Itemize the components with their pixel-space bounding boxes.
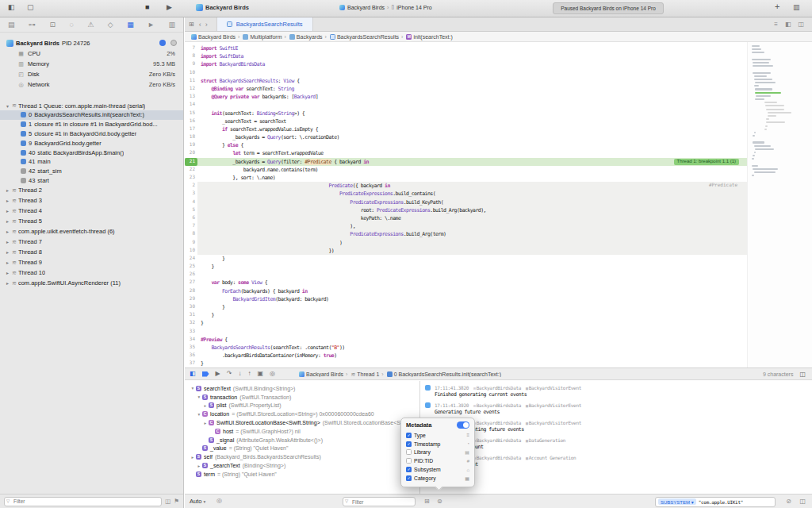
macro-expansion-line[interactable]: 2 Predicate({ backyard in#Predicate <box>185 182 812 190</box>
disclosure-triangle[interactable]: ▾ <box>196 394 202 399</box>
code-line[interactable]: 14 <box>185 101 812 109</box>
jump-bar-item[interactable]: Thread 1 <box>357 371 379 377</box>
navigator-filter-input[interactable] <box>4 497 162 506</box>
stop-button[interactable]: ■ <box>145 4 149 11</box>
thread-row[interactable]: ▸≋Thread 2 <box>0 185 183 195</box>
back-icon[interactable]: ‹ <box>199 21 201 29</box>
disclosure-triangle[interactable]: ▸ <box>5 218 10 224</box>
code-line[interactable]: 23 }, sort: \.name) <box>185 174 812 182</box>
code-line[interactable]: 29 BackyardGridItem(backyard: backyard) <box>185 295 812 303</box>
minimap[interactable] <box>747 42 812 368</box>
variable-row-searchText[interactable]: ▾SsearchText(SwiftUI.Binding<String>) <box>185 384 419 393</box>
line-number[interactable]: 29 <box>185 295 197 303</box>
stack-frame-41[interactable]: 41main <box>0 157 183 167</box>
checkbox[interactable]: ✓ <box>406 475 412 481</box>
variable-row-transaction[interactable]: ▾Stransaction(SwiftUI.Transaction) <box>185 393 419 402</box>
line-number[interactable]: 3 <box>185 190 197 198</box>
show-variables-icon[interactable]: ◎ <box>216 498 222 504</box>
metadata-toggle[interactable] <box>457 421 469 429</box>
memory-graph-icon[interactable]: ◎ <box>270 371 275 377</box>
disclosure-triangle[interactable]: ▾ <box>196 412 202 417</box>
code-line[interactable]: 34#Preview { <box>185 336 812 344</box>
variable-row-plist[interactable]: ▸Splist(SwiftUI.PropertyList) <box>185 402 419 410</box>
debug-console[interactable]: 17:11:41.3820⊞BackyardBirdsData▦Backyard… <box>421 381 812 494</box>
flag-icon[interactable]: ⚑ <box>174 498 179 505</box>
line-number[interactable]: 25 <box>185 263 197 271</box>
macro-expansion-line[interactable]: 5 root: PredicateExpressions.build_Arg(b… <box>185 206 812 214</box>
disclosure-triangle[interactable]: ▸ <box>5 280 10 286</box>
console-log-entry[interactable]: 17:11:41.3920⊞BackyardBirdsData▦DataGene… <box>421 437 812 452</box>
code-line[interactable]: 31 } <box>185 311 812 319</box>
line-number[interactable]: 21 <box>185 158 197 166</box>
line-number[interactable]: 8 <box>185 52 197 60</box>
tests-navigator-icon[interactable]: ◇ <box>108 21 113 29</box>
breadcrumb-item[interactable]: Backyard Birds <box>198 34 236 40</box>
breadcrumb-item[interactable]: BackyardsSearchResults <box>337 34 399 40</box>
code-line[interactable]: 13 @Query private var backyards: [Backya… <box>185 93 812 101</box>
line-number[interactable]: 15 <box>185 110 197 117</box>
line-number[interactable]: 24 <box>185 255 197 263</box>
line-number[interactable]: 12 <box>185 85 197 93</box>
disclosure-triangle[interactable]: ▸ <box>190 455 196 460</box>
variable-row-location[interactable]: ▾Clocation= (SwiftUI.StoredLocation<Stri… <box>185 410 419 418</box>
view-hierarchy-icon[interactable]: ▣ <box>257 371 263 377</box>
code-line[interactable]: 25 } <box>185 263 812 271</box>
console-log-entry[interactable]: 17:11:41.3820⊞BackyardBirdsData▦Backyard… <box>421 384 812 399</box>
code-line[interactable]: 24 } <box>185 255 812 263</box>
line-number[interactable]: 30 <box>185 303 197 311</box>
code-line[interactable]: 18 _backyards = Query(sort: \.creationDa… <box>185 133 812 141</box>
clear-console-icon[interactable]: ⊘ <box>786 498 791 505</box>
thread-1-row[interactable]: ▾ ≋ Thread 1 Queue: com.apple.main-threa… <box>0 101 183 110</box>
breakpoint-badge[interactable]: Thread 1: breakpoint 1.1 (1) <box>674 159 739 165</box>
variable-row-_searchText[interactable]: ▸S_searchText(Binding<String>) <box>185 461 419 470</box>
line-number[interactable]: 14 <box>185 101 197 109</box>
stack-frame-9[interactable]: 9BackyardGrid.body.getter <box>0 138 183 148</box>
gauge-network[interactable]: ◎NetworkZero KB/s <box>0 79 183 90</box>
line-number[interactable]: 32 <box>185 319 197 327</box>
checkbox[interactable]: ✓ <box>406 441 412 447</box>
code-line[interactable]: 37} <box>185 360 812 368</box>
line-number[interactable]: 33 <box>185 328 197 336</box>
forward-icon[interactable]: › <box>205 21 208 29</box>
source-control-navigator-icon[interactable]: ⊶ <box>29 21 36 29</box>
macro-expansion-line[interactable]: 6 keyPath: \.name <box>185 214 812 222</box>
line-number[interactable]: 37 <box>185 360 197 368</box>
line-number[interactable]: 7 <box>185 44 197 52</box>
variable-row-self[interactable]: ▸Sself(Backyard_Birds.BackyardsSearchRes… <box>185 452 419 461</box>
activate-breakpoints-icon[interactable] <box>202 371 209 377</box>
code-line[interactable]: 20 let term = searchText.wrappedValue <box>185 149 812 157</box>
line-number[interactable]: 34 <box>185 336 197 344</box>
checkbox[interactable] <box>406 458 412 464</box>
macro-expansion-line[interactable]: 7 ), <box>185 222 812 230</box>
macro-expansion-line[interactable]: 10 }) <box>185 247 812 255</box>
variable-row-_signal[interactable]: S_signal(AttributeGraph.WeakAttribute<()… <box>185 436 419 444</box>
gauge-cpu[interactable]: ▦CPU2% <box>0 48 183 59</box>
code-line[interactable]: 26 <box>185 271 812 279</box>
stack-frame-42[interactable]: 42start_sim <box>0 167 183 176</box>
gauge-disk[interactable]: ◰DiskZero KB/s <box>0 69 183 79</box>
process-row[interactable]: Backyard Birds PID 24726 <box>0 37 183 48</box>
breadcrumb-item[interactable]: init(searchText:) <box>413 34 452 40</box>
variables-scope-selector[interactable]: Auto ▾ <box>190 498 205 505</box>
code-line[interactable]: 16 _searchText = searchText <box>185 117 812 125</box>
stack-frame-0[interactable]: 0BackyardsSearchResults.init(searchText:… <box>0 110 183 120</box>
variable-row-host[interactable]: Chost= (SwiftUI.GraphHost?) nil <box>185 427 419 436</box>
gauge-memory[interactable]: ▥Memory95.3 MB <box>0 59 183 69</box>
tab-backyardssearchresults[interactable]: BackyardsSearchResults <box>216 17 313 31</box>
thread-row[interactable]: ▸≋Thread 8 <box>0 247 183 257</box>
issues-navigator-icon[interactable]: ⚠ <box>87 21 94 29</box>
reports-navigator-icon[interactable]: ▥ <box>168 21 175 29</box>
thread-row[interactable]: ▸≋Thread 9 <box>0 257 183 267</box>
line-number[interactable]: 10 <box>185 247 197 255</box>
stack-frame-40[interactable]: 40static BackyardBirdsApp.$main() <box>0 148 183 157</box>
debug-navigator-icon[interactable]: ▦ <box>127 21 134 29</box>
code-line[interactable]: 8import SwiftData <box>185 52 812 60</box>
filter-token[interactable]: SUBSYSTEM ▾ <box>658 498 696 505</box>
variable-row-term[interactable]: Sterm= (String) "Quiet Haven" <box>185 470 419 479</box>
line-number[interactable]: 8 <box>185 230 197 238</box>
disclosure-triangle[interactable]: ▸ <box>5 198 10 203</box>
variable-row-_value[interactable]: S_value= (String) "Quiet Haven" <box>185 444 419 453</box>
disclosure-triangle[interactable]: ▸ <box>5 239 10 244</box>
line-number[interactable]: 27 <box>185 279 197 287</box>
macro-expansion-line[interactable]: 4 PredicateExpressions.build_KeyPath( <box>185 198 812 206</box>
